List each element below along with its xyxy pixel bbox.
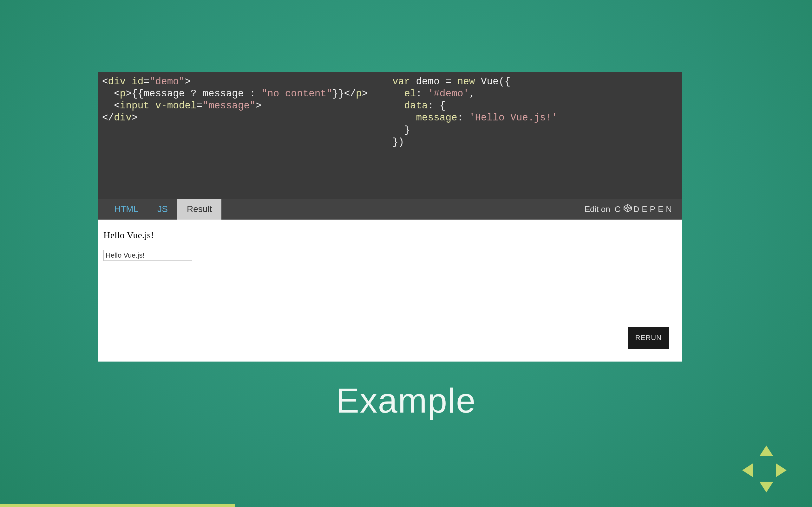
code-token	[451, 76, 457, 87]
code-token: =	[445, 76, 451, 87]
code-panel-html: <div id="demo"> <p>{{message ? message :…	[100, 76, 389, 199]
tab-html[interactable]: HTML	[105, 199, 148, 220]
code-token	[102, 88, 114, 99]
code-token: })	[392, 136, 404, 148]
codepen-logo: CDEPEN	[615, 204, 674, 215]
code-token: : {	[428, 100, 446, 111]
code-token: message	[416, 112, 457, 123]
slide-caption: Example	[0, 380, 812, 420]
code-token: >	[256, 100, 262, 111]
nav-down-arrow-icon[interactable]	[759, 482, 773, 493]
code-token: 'Hello Vue.js!'	[469, 112, 558, 123]
code-token: demo	[410, 76, 446, 87]
slide-progress-bar	[0, 504, 235, 507]
code-token	[149, 100, 155, 111]
code-token: ,	[469, 88, 475, 99]
code-token: div	[108, 76, 126, 87]
tab-bar: HTML JS Result Edit on CDEPEN	[98, 199, 682, 220]
code-token: =	[197, 100, 203, 111]
code-panels: <div id="demo"> <p>{{message ? message :…	[98, 72, 682, 199]
rerun-button[interactable]: RERUN	[628, 327, 669, 349]
code-token: p	[120, 88, 126, 99]
code-token: :	[457, 112, 469, 123]
code-token: {{message ? message :	[132, 88, 261, 99]
nav-right-arrow-icon[interactable]	[776, 463, 786, 477]
code-panel-js: var demo = new Vue({ el: '#demo', data: …	[389, 76, 679, 199]
codepen-cube-icon	[623, 204, 632, 215]
code-token: el	[404, 88, 416, 99]
codepen-letters-depen: DEPEN	[633, 205, 674, 214]
code-token	[102, 100, 114, 111]
code-token: div	[114, 112, 132, 123]
slide-nav-controls	[739, 444, 790, 494]
code-token: :	[416, 88, 427, 99]
code-token: "demo"	[149, 76, 185, 87]
code-token: </	[102, 112, 114, 123]
code-token: }	[392, 124, 410, 135]
code-token: '#demo'	[428, 88, 469, 99]
code-token: p	[356, 88, 362, 99]
code-token: id	[132, 76, 143, 87]
code-token	[125, 76, 132, 87]
result-pane: Hello Vue.js! RERUN	[98, 220, 682, 361]
code-token: =	[143, 76, 149, 87]
result-output-text: Hello Vue.js!	[103, 230, 676, 240]
nav-up-arrow-icon[interactable]	[759, 446, 773, 456]
code-token: new	[457, 76, 475, 87]
code-token: var	[392, 76, 410, 87]
code-token	[392, 112, 416, 123]
result-message-input[interactable]	[103, 250, 192, 261]
code-token	[392, 88, 404, 99]
code-token: v-model	[155, 100, 196, 111]
tab-js[interactable]: JS	[148, 199, 177, 220]
tab-spacer	[221, 199, 584, 220]
code-token: data	[404, 100, 427, 111]
code-token: Vue	[475, 76, 498, 87]
code-token: </	[344, 88, 356, 99]
code-token: "no content"	[261, 88, 332, 99]
code-token: <	[114, 100, 120, 111]
code-token: "message"	[202, 100, 255, 111]
code-token: >	[185, 76, 191, 87]
nav-left-arrow-icon[interactable]	[742, 463, 753, 477]
codepen-letter-c: C	[615, 205, 623, 214]
code-token: >	[125, 88, 132, 99]
code-token: >	[362, 88, 368, 99]
code-token: <	[102, 76, 108, 87]
code-token: }}	[333, 88, 344, 99]
code-token: <	[114, 88, 120, 99]
codepen-embed: <div id="demo"> <p>{{message ? message :…	[98, 72, 682, 361]
code-token	[392, 100, 404, 111]
code-token: >	[132, 112, 138, 123]
code-token: input	[120, 100, 149, 111]
edit-on-codepen-link[interactable]: Edit on CDEPEN	[585, 199, 677, 220]
code-token: ({	[499, 76, 510, 87]
tab-result[interactable]: Result	[177, 199, 221, 220]
edit-on-label: Edit on	[585, 205, 610, 214]
